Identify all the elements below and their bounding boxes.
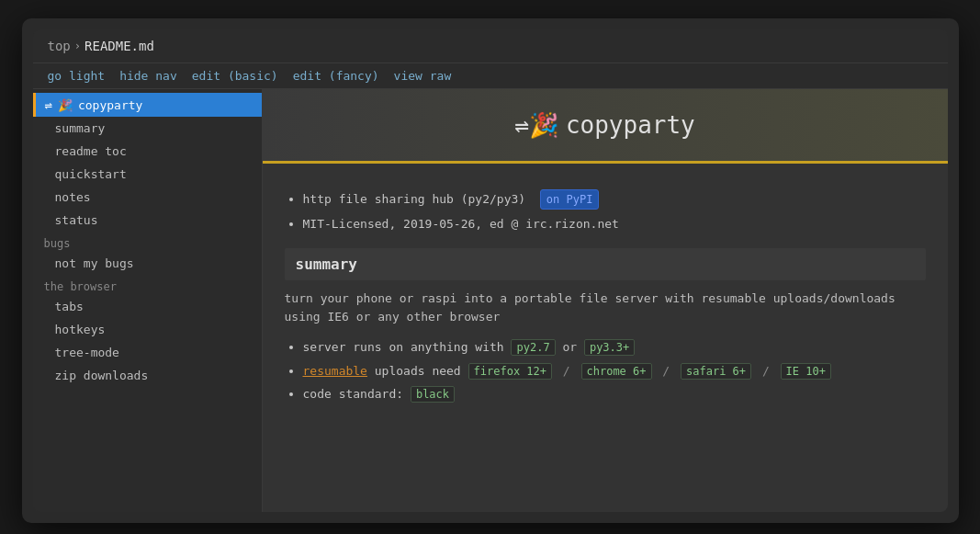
sidebar: ⇌ 🎉 copyparty summary readme toc quickst…	[33, 89, 263, 512]
bugs-label: bugs	[44, 237, 71, 250]
breadcrumb-top-link[interactable]: top	[48, 39, 71, 53]
sidebar-section-browser: the browser	[33, 275, 262, 295]
sidebar-item-readme-toc[interactable]: readme toc	[33, 140, 262, 163]
header-title: copyparty	[566, 111, 695, 139]
resumable-link[interactable]: resumable	[303, 364, 367, 378]
content-body: http file sharing hub (py2/py3) on PyPI …	[263, 164, 948, 429]
header-icon: ⇌🎉	[514, 111, 558, 139]
badge-pypi[interactable]: on PyPI	[540, 189, 600, 210]
content-header: ⇌🎉 copyparty	[263, 89, 948, 164]
sidebar-item-zip-downloads[interactable]: zip downloads	[33, 364, 262, 387]
sidebar-item-copyparty[interactable]: ⇌ 🎉 copyparty	[33, 93, 262, 117]
toolbar: go light hide nav edit (basic) edit (fan…	[33, 63, 948, 89]
badge-safari: safari 6+	[681, 363, 751, 380]
sidebar-item-status[interactable]: status	[33, 209, 262, 232]
sidebar-summary-label: summary	[55, 121, 106, 135]
sidebar-notes-label: notes	[55, 190, 91, 204]
uploads-need-text: uploads need	[375, 364, 468, 378]
code-standard-text: code standard:	[303, 387, 411, 401]
top-bullet-list: http file sharing hub (py2/py3) on PyPI …	[285, 189, 926, 233]
bullet-code-standard: code standard: black	[303, 385, 926, 403]
bullet-mit: MIT-Licensed, 2019-05-26, ed @ irc.rizon…	[303, 215, 926, 233]
sidebar-readme-toc-label: readme toc	[55, 144, 127, 158]
slash-3: /	[762, 364, 770, 378]
sidebar-item-quickstart[interactable]: quickstart	[33, 163, 262, 186]
sidebar-status-label: status	[55, 213, 98, 227]
or-sep: or	[562, 340, 583, 354]
bullet-resumable: resumable uploads need firefox 12+ / chr…	[303, 362, 926, 381]
breadcrumb-bar: top › README.md	[33, 29, 948, 63]
badge-firefox: firefox 12+	[468, 363, 552, 380]
sidebar-item-hotkeys[interactable]: hotkeys	[33, 318, 262, 341]
edit-basic-link[interactable]: edit (basic)	[192, 69, 278, 83]
sidebar-swap-icon: ⇌	[45, 97, 52, 112]
bullet-server-runs: server runs on anything with py2.7 or py…	[303, 338, 926, 357]
summary-heading: summary	[285, 248, 926, 280]
tabs-label: tabs	[55, 300, 84, 313]
bullet-server-text: server runs on anything with	[303, 340, 512, 354]
sidebar-party-icon: 🎉	[58, 98, 73, 112]
sidebar-item-tabs[interactable]: tabs	[33, 295, 262, 318]
sidebar-item-tree-mode[interactable]: tree-mode	[33, 341, 262, 364]
sidebar-copyparty-label: copyparty	[78, 98, 142, 112]
badge-py33: py3.3+	[584, 339, 635, 356]
summary-bullet-list: server runs on anything with py2.7 or py…	[285, 338, 926, 403]
sidebar-section-bugs: bugs	[33, 232, 262, 252]
window-inner: top › README.md go light hide nav edit (…	[33, 29, 948, 512]
main-layout: ⇌ 🎉 copyparty summary readme toc quickst…	[33, 89, 948, 512]
badge-py27: py2.7	[511, 339, 555, 356]
hide-nav-link[interactable]: hide nav	[119, 69, 177, 83]
bullet-http-text: http file sharing hub (py2/py3)	[303, 192, 526, 206]
badge-chrome: chrome 6+	[581, 363, 652, 380]
app-window: top › README.md go light hide nav edit (…	[22, 18, 959, 523]
badge-ie: IE 10+	[781, 363, 831, 380]
summary-prose: turn your phone or raspi into a portable…	[285, 290, 926, 328]
sidebar-item-summary[interactable]: summary	[33, 117, 262, 140]
go-light-link[interactable]: go light	[48, 69, 106, 83]
sidebar-item-not-my-bugs[interactable]: not my bugs	[33, 252, 262, 275]
bullet-http: http file sharing hub (py2/py3) on PyPI	[303, 189, 926, 210]
edit-fancy-link[interactable]: edit (fancy)	[293, 69, 379, 83]
slash-1: /	[563, 364, 570, 378]
browser-label: the browser	[44, 280, 117, 293]
hotkeys-label: hotkeys	[55, 323, 106, 336]
breadcrumb-current: README.md	[84, 39, 154, 53]
not-my-bugs-label: not my bugs	[55, 256, 134, 270]
tree-mode-label: tree-mode	[55, 346, 119, 359]
view-raw-link[interactable]: view raw	[394, 69, 452, 83]
breadcrumb-arrow: ›	[74, 40, 81, 52]
sidebar-item-notes[interactable]: notes	[33, 186, 262, 209]
content-area: ⇌🎉 copyparty http file sharing hub (py2/…	[263, 89, 948, 512]
zip-downloads-label: zip downloads	[55, 369, 149, 382]
sidebar-quickstart-label: quickstart	[55, 167, 127, 181]
slash-2: /	[662, 364, 670, 378]
badge-black: black	[411, 386, 455, 403]
